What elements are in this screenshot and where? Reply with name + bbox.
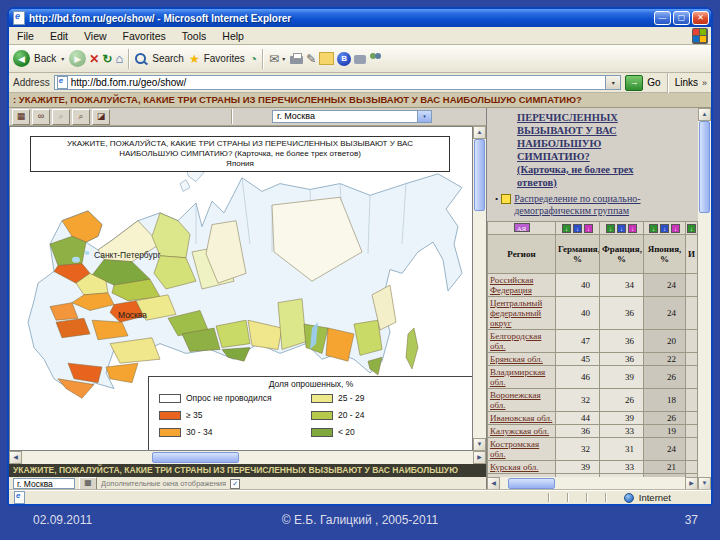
region-link[interactable]: Белгородская обл. (488, 330, 556, 353)
links-label[interactable]: Links (675, 77, 698, 88)
refresh-icon[interactable]: ↻ (102, 53, 112, 65)
discuss-icon[interactable] (354, 55, 366, 64)
question-link-line[interactable]: ВЫЗЫВАЮТ У ВАС (517, 124, 696, 137)
favorites-star-icon[interactable]: ★ (189, 53, 200, 65)
column-tool-icon[interactable]: ↓ (687, 224, 696, 233)
region-link[interactable]: Воронежская обл. (488, 389, 556, 412)
address-url[interactable]: http://bd.fom.ru/geo/show/ (71, 77, 603, 88)
back-dropdown-icon[interactable]: ▾ (61, 55, 64, 62)
links-chevron-icon[interactable]: » (702, 78, 707, 88)
edit-icon[interactable]: ✎ (306, 53, 316, 65)
menu-file[interactable]: File (9, 28, 42, 44)
home-icon[interactable]: ⌂ (115, 53, 123, 65)
region-link[interactable]: Костромская обл. (488, 438, 556, 461)
column-tool-icon[interactable]: ↓ (628, 224, 637, 233)
map-vertical-scrollbar[interactable]: ▲ ▼ (473, 126, 486, 451)
scroll-up-icon[interactable]: ▲ (698, 108, 711, 121)
selected-question-banner[interactable]: УКАЖИТЕ, ПОЖАЛУЙСТА, КАКИЕ ТРИ СТРАНЫ ИЗ… (9, 464, 486, 477)
scrollbar-thumb[interactable] (699, 121, 710, 213)
maximize-button[interactable]: ▢ (673, 11, 690, 25)
question-link-line[interactable]: НАИБОЛЬШУЮ (517, 137, 696, 150)
col-header-france[interactable]: Франция, % (600, 235, 644, 274)
region-link[interactable]: Российская Федерация (488, 274, 556, 297)
search-label[interactable]: Search (152, 53, 184, 64)
region-tab[interactable]: г. Москва (13, 478, 75, 489)
question-link-line[interactable]: ответов) (517, 176, 696, 189)
chevron-down-icon[interactable]: ▾ (417, 111, 431, 122)
title-bar[interactable]: e http://bd.fom.ru/geo/show/ - Microsoft… (9, 9, 711, 27)
scroll-right-icon[interactable]: ▶ (473, 451, 486, 464)
forward-icon[interactable]: ▶ (69, 50, 86, 67)
question-link-line[interactable]: ПЕРЕЧИСЛЕННЫХ (517, 111, 696, 124)
map-binoculars-button[interactable]: ∞ (32, 109, 50, 125)
messenger-icon[interactable]: B (337, 52, 351, 66)
go-icon[interactable]: → (625, 75, 643, 91)
go-label[interactable]: Go (647, 77, 660, 88)
scroll-up-icon[interactable]: ▲ (473, 126, 486, 139)
col-header-japan[interactable]: Япония, % (644, 235, 686, 274)
question-link[interactable]: ПЕРЕЧИСЛЕННЫХ ВЫЗЫВАЮТ У ВАС НАИБОЛЬШУЮ … (487, 108, 698, 189)
scrollbar-thumb[interactable] (474, 139, 485, 211)
col-header-italy[interactable]: И (686, 235, 698, 274)
scrollbar-thumb[interactable] (508, 478, 555, 489)
col-header-germany[interactable]: Германия, % (556, 235, 600, 274)
print-icon[interactable] (290, 56, 303, 64)
column-tool-icon[interactable]: ↓ (584, 224, 593, 233)
stop-icon[interactable]: ✕ (89, 53, 99, 65)
back-label[interactable]: Back (34, 53, 56, 64)
minimize-button[interactable]: — (654, 11, 671, 25)
table-horizontal-scrollbar[interactable]: ◀ ▶ (487, 477, 698, 490)
scroll-down-icon[interactable]: ▼ (698, 477, 711, 490)
question-link-line[interactable]: (Карточка, не более трех (517, 163, 696, 176)
column-tool-icon[interactable]: ↓ (660, 224, 669, 233)
column-tool-icon[interactable]: ↓ (671, 224, 680, 233)
table-vertical-scrollbar[interactable]: ▲ ▼ (698, 108, 711, 490)
map-horizontal-scrollbar[interactable]: ◀ ▶ (9, 451, 486, 464)
column-tool-icon[interactable]: ↓ (573, 224, 582, 233)
scrollbar-thumb[interactable] (152, 452, 239, 463)
menu-favorites[interactable]: Favorites (115, 28, 174, 44)
menu-tools[interactable]: Tools (174, 28, 215, 44)
address-input[interactable]: e http://bd.fom.ru/geo/show/ ▾ (54, 75, 622, 90)
map-zoom-in-button[interactable]: ⌕ (52, 109, 70, 125)
distribution-link[interactable]: Распределение по социально-демографическ… (514, 193, 696, 217)
scroll-right-icon[interactable]: ▶ (685, 477, 698, 490)
menu-edit[interactable]: Edit (42, 28, 76, 44)
back-icon[interactable]: ◀ (13, 50, 30, 67)
contacts-icon[interactable] (369, 53, 383, 65)
address-dropdown-icon[interactable]: ▾ (605, 76, 620, 89)
region-link[interactable]: Калужская обл. (488, 425, 556, 438)
scroll-left-icon[interactable]: ◀ (487, 477, 500, 490)
map-canvas[interactable]: Санкт-Петербург Москва УКАЖИТЕ, ПОЖАЛУЙС… (9, 126, 473, 451)
distribution-link-item[interactable]: • Распределение по социально-демографиче… (487, 189, 698, 217)
region-link[interactable]: Брянская обл. (488, 353, 556, 366)
history-icon[interactable]: ◔ (250, 53, 257, 65)
column-tool-icon[interactable]: ↓ (606, 224, 615, 233)
favorites-label[interactable]: Favorites (204, 53, 245, 64)
mail-dropdown-icon[interactable]: ▾ (282, 55, 285, 62)
notes-icon[interactable] (319, 52, 334, 65)
map-zoom-out-button[interactable]: ⌕ (72, 109, 90, 125)
sort-az-icon[interactable]: АЯ (514, 223, 530, 232)
region-link[interactable]: Владимирская обл. (488, 366, 556, 389)
col-header-region[interactable]: Регион (488, 235, 556, 274)
map-table-button[interactable]: ▦ (12, 109, 30, 125)
grid-icon[interactable]: ▦ (79, 477, 97, 490)
question-link-line[interactable]: СИМПАТИЮ? (517, 150, 696, 163)
menu-help[interactable]: Help (214, 28, 252, 44)
map-select-button[interactable]: ◪ (92, 109, 110, 125)
options-checkbox[interactable]: ✓ (230, 479, 240, 489)
column-tool-icon[interactable]: ↓ (562, 224, 571, 233)
menu-view[interactable]: View (76, 28, 115, 44)
region-link[interactable]: Курская обл. (488, 461, 556, 474)
column-tool-icon[interactable]: ↓ (649, 224, 658, 233)
scroll-down-icon[interactable]: ▼ (473, 438, 486, 451)
region-link[interactable]: Ивановская обл. (488, 412, 556, 425)
search-icon[interactable] (135, 53, 146, 64)
close-button[interactable]: ✕ (692, 11, 709, 25)
region-link[interactable]: Центральный федеральный округ (488, 297, 556, 330)
region-dropdown[interactable]: г. Москва ▾ (272, 110, 432, 123)
column-tool-icon[interactable]: ↓ (617, 224, 626, 233)
mail-icon[interactable]: ✉ (269, 53, 279, 65)
scroll-left-icon[interactable]: ◀ (9, 451, 22, 464)
